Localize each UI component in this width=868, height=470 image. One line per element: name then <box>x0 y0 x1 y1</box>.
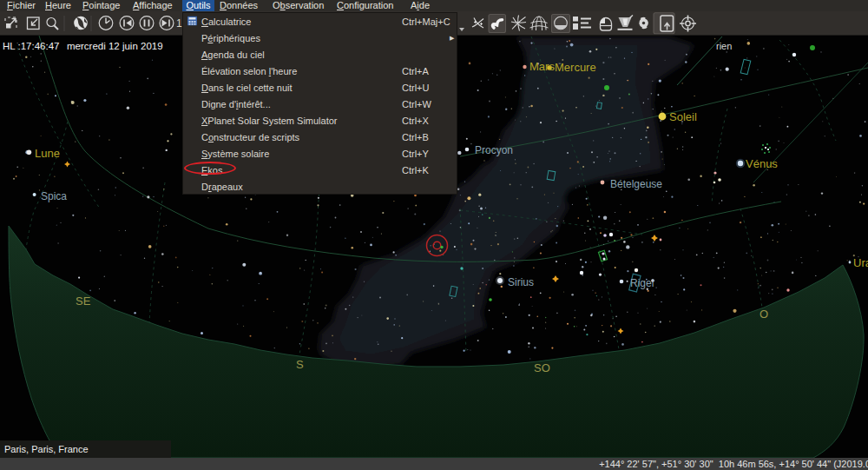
svg-text:Mercure: Mercure <box>555 61 596 74</box>
svg-text:rien: rien <box>716 41 732 51</box>
svg-text:Paris, Paris, France: Paris, Paris, France <box>4 444 89 454</box>
svg-text:Sirius: Sirius <box>508 276 534 288</box>
svg-text:Procyon: Procyon <box>475 144 513 156</box>
svg-text:Ura: Ura <box>853 256 868 269</box>
svg-text:Spica: Spica <box>41 190 67 202</box>
svg-text:Mars: Mars <box>529 60 555 73</box>
svg-text:Lune: Lune <box>35 147 60 160</box>
svg-text:HL :17:46:47: HL :17:46:47 <box>3 41 59 51</box>
svg-text:SE: SE <box>76 295 91 308</box>
svg-text:Soleil: Soleil <box>669 110 697 123</box>
svg-text:O: O <box>760 308 768 321</box>
svg-text:S: S <box>296 358 304 371</box>
svg-text:1: 1 <box>176 17 182 30</box>
svg-text:SO: SO <box>534 361 550 374</box>
svg-text:Vénus: Vénus <box>746 157 778 170</box>
svg-text:mercredi 12 juin 2019: mercredi 12 juin 2019 <box>67 41 163 51</box>
svg-text:Bételgeuse: Bételgeuse <box>610 178 662 190</box>
svg-text:Rigel: Rigel <box>630 277 654 289</box>
